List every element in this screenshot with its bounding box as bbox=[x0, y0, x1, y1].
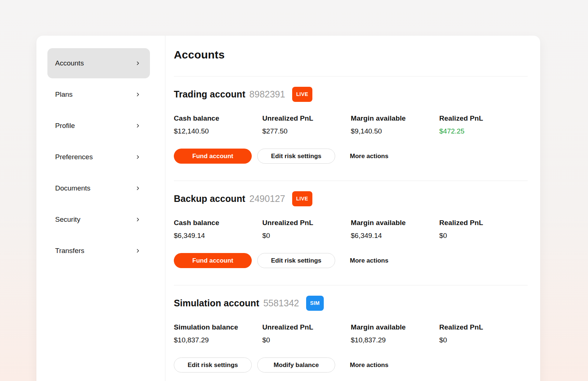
account-number: 8982391 bbox=[250, 89, 285, 100]
chevron-right-icon bbox=[135, 186, 140, 191]
account-section-simulation: Simulation account 5581342 SIM Simulatio… bbox=[174, 285, 528, 381]
fund-account-button[interactable]: Fund account bbox=[174, 253, 252, 268]
stat-value: $0 bbox=[439, 232, 528, 240]
stat-value: $10,837.29 bbox=[351, 336, 440, 344]
stat-value: $277.50 bbox=[262, 127, 351, 135]
chevron-right-icon bbox=[135, 217, 140, 222]
more-actions-button[interactable]: More actions bbox=[350, 362, 388, 369]
sidebar-item-security[interactable]: Security bbox=[47, 204, 150, 235]
chevron-right-icon bbox=[135, 248, 140, 253]
sidebar-item-accounts[interactable]: Accounts bbox=[47, 48, 150, 78]
stat-unrealized-pnl: Unrealized PnL $0 bbox=[262, 323, 351, 344]
stat-label: Unrealized PnL bbox=[262, 114, 351, 122]
stat-label: Realized PnL bbox=[439, 323, 528, 331]
sidebar-item-label: Security bbox=[55, 216, 80, 224]
stat-value: $0 bbox=[262, 232, 351, 240]
account-name: Simulation account bbox=[174, 298, 259, 309]
stat-label: Cash balance bbox=[174, 114, 262, 122]
stat-label: Margin available bbox=[351, 323, 440, 331]
edit-risk-settings-button[interactable]: Edit risk settings bbox=[174, 357, 252, 373]
account-actions: Edit risk settings Modify balance More a… bbox=[174, 357, 528, 373]
more-actions-button[interactable]: More actions bbox=[350, 153, 388, 160]
stat-label: Unrealized PnL bbox=[262, 219, 351, 227]
stat-label: Unrealized PnL bbox=[262, 323, 351, 331]
edit-risk-settings-button[interactable]: Edit risk settings bbox=[257, 253, 335, 268]
account-stats: Cash balance $12,140.50 Unrealized PnL $… bbox=[174, 114, 528, 135]
sidebar-item-label: Plans bbox=[55, 90, 73, 99]
stat-simulation-balance: Simulation balance $10,837.29 bbox=[174, 323, 262, 344]
sidebar-item-label: Preferences bbox=[55, 153, 93, 161]
stat-value: $10,837.29 bbox=[174, 336, 262, 344]
page-title: Accounts bbox=[174, 47, 528, 62]
account-status-badge-live: LIVE bbox=[292, 191, 312, 206]
stat-cash-balance: Cash balance $12,140.50 bbox=[174, 114, 262, 135]
account-status-badge-live: LIVE bbox=[292, 87, 312, 102]
account-number: 5581342 bbox=[263, 298, 299, 309]
stat-margin-available: Margin available $6,349.14 bbox=[351, 219, 440, 240]
stat-value: $0 bbox=[439, 336, 528, 344]
sidebar-item-transfers[interactable]: Transfers bbox=[47, 236, 150, 266]
settings-card: Accounts Plans Profile Preferences Docum… bbox=[36, 36, 540, 381]
account-section-trading: Trading account 8982391 LIVE Cash balanc… bbox=[174, 76, 528, 181]
stat-label: Margin available bbox=[351, 219, 440, 227]
chevron-right-icon bbox=[135, 123, 140, 128]
stat-margin-available: Margin available $9,140.50 bbox=[351, 114, 440, 135]
sidebar-item-profile[interactable]: Profile bbox=[47, 111, 150, 141]
stat-margin-available: Margin available $10,837.29 bbox=[351, 323, 440, 344]
sidebar-item-preferences[interactable]: Preferences bbox=[47, 142, 150, 172]
account-title-row: Simulation account 5581342 SIM bbox=[174, 296, 528, 311]
sidebar-item-label: Accounts bbox=[55, 59, 84, 67]
account-actions: Fund account Edit risk settings More act… bbox=[174, 149, 528, 164]
sidebar-item-label: Documents bbox=[55, 184, 90, 192]
sidebar: Accounts Plans Profile Preferences Docum… bbox=[36, 36, 165, 381]
sidebar-item-label: Profile bbox=[55, 122, 75, 130]
fund-account-button[interactable]: Fund account bbox=[174, 149, 252, 164]
more-actions-button[interactable]: More actions bbox=[350, 257, 388, 264]
account-status-badge-sim: SIM bbox=[306, 296, 324, 311]
stat-cash-balance: Cash balance $6,349.14 bbox=[174, 219, 262, 240]
account-title-row: Backup account 2490127 LIVE bbox=[174, 191, 528, 206]
account-section-backup: Backup account 2490127 LIVE Cash balance… bbox=[174, 181, 528, 285]
sidebar-item-documents[interactable]: Documents bbox=[47, 173, 150, 203]
stat-unrealized-pnl: Unrealized PnL $277.50 bbox=[262, 114, 351, 135]
account-title-row: Trading account 8982391 LIVE bbox=[174, 87, 528, 102]
stat-value: $12,140.50 bbox=[174, 127, 262, 135]
account-stats: Cash balance $6,349.14 Unrealized PnL $0… bbox=[174, 219, 528, 240]
page-header: Accounts bbox=[174, 36, 528, 76]
stat-label: Margin available bbox=[351, 114, 440, 122]
chevron-right-icon bbox=[135, 154, 140, 160]
stat-label: Realized PnL bbox=[439, 219, 528, 227]
account-number: 2490127 bbox=[250, 193, 285, 204]
chevron-right-icon bbox=[135, 61, 140, 66]
stat-label: Cash balance bbox=[174, 219, 262, 227]
stat-label: Realized PnL bbox=[439, 114, 528, 122]
modify-balance-button[interactable]: Modify balance bbox=[257, 357, 335, 373]
main-content: Accounts Trading account 8982391 LIVE Ca… bbox=[165, 36, 540, 381]
account-name: Trading account bbox=[174, 89, 245, 100]
stat-realized-pnl: Realized PnL $0 bbox=[439, 323, 528, 344]
stat-value: $6,349.14 bbox=[351, 232, 440, 240]
stat-label: Simulation balance bbox=[174, 323, 262, 331]
account-actions: Fund account Edit risk settings More act… bbox=[174, 253, 528, 268]
chevron-right-icon bbox=[135, 92, 140, 97]
stat-value: $6,349.14 bbox=[174, 232, 262, 240]
sidebar-item-plans[interactable]: Plans bbox=[47, 79, 150, 110]
account-name: Backup account bbox=[174, 193, 245, 204]
stat-realized-pnl: Realized PnL $472.25 bbox=[439, 114, 528, 135]
stat-value: $472.25 bbox=[439, 127, 528, 135]
edit-risk-settings-button[interactable]: Edit risk settings bbox=[257, 149, 335, 164]
stat-realized-pnl: Realized PnL $0 bbox=[439, 219, 528, 240]
stat-value: $0 bbox=[262, 336, 351, 344]
stat-unrealized-pnl: Unrealized PnL $0 bbox=[262, 219, 351, 240]
stat-value: $9,140.50 bbox=[351, 127, 440, 135]
account-stats: Simulation balance $10,837.29 Unrealized… bbox=[174, 323, 528, 344]
sidebar-item-label: Transfers bbox=[55, 247, 85, 255]
